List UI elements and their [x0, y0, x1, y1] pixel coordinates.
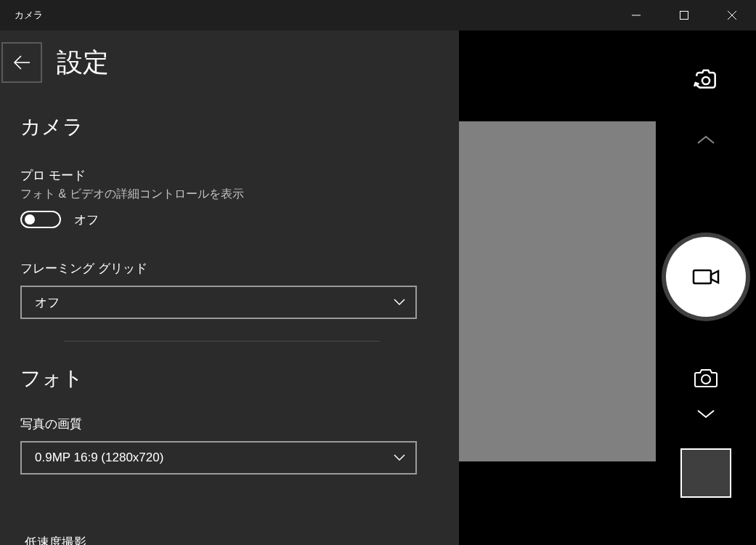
maximize-icon	[680, 11, 688, 20]
pro-mode-label: プロ モード	[20, 167, 459, 184]
toggle-knob	[25, 214, 35, 225]
settings-panel: 設定 カメラ プロ モード フォト & ビデオの詳細コントロールを表示 オフ フ…	[0, 31, 459, 545]
timelapse-label-truncated: 低速度撮影	[25, 534, 86, 545]
close-icon	[728, 11, 736, 20]
mode-chevron-down[interactable]	[696, 408, 715, 419]
capture-button-container	[666, 237, 746, 317]
photo-mode-button[interactable]	[693, 368, 719, 389]
photo-quality-select[interactable]: 0.9MP 16:9 (1280x720)	[20, 441, 417, 475]
chevron-down-icon	[394, 299, 405, 306]
side-panel	[656, 31, 756, 545]
minimize-icon	[632, 11, 641, 20]
video-icon	[691, 266, 720, 288]
section-camera-heading: カメラ	[20, 113, 459, 141]
svg-point-7	[702, 375, 710, 384]
framing-grid-value: オフ	[35, 294, 60, 311]
svg-rect-5	[694, 270, 711, 283]
pro-mode-toggle[interactable]	[20, 211, 61, 228]
switch-camera-button[interactable]	[692, 67, 720, 94]
svg-marker-6	[711, 271, 718, 283]
divider	[64, 341, 380, 342]
mode-chevron-up[interactable]	[696, 134, 715, 146]
photo-quality-label: 写真の画質	[20, 416, 459, 432]
settings-title: 設定	[57, 45, 109, 81]
switch-camera-icon	[692, 67, 720, 94]
window-controls	[612, 0, 756, 31]
window-title: カメラ	[0, 9, 43, 22]
gallery-thumbnail[interactable]	[680, 448, 731, 498]
section-photo-heading: フォト	[20, 365, 459, 392]
minimize-button[interactable]	[612, 0, 660, 31]
svg-rect-1	[680, 12, 688, 20]
svg-point-4	[702, 77, 710, 84]
thumbnail-box	[680, 448, 731, 498]
title-bar: カメラ	[0, 0, 756, 31]
pro-mode-state: オフ	[74, 211, 99, 228]
framing-grid-label: フレーミング グリッド	[20, 260, 459, 277]
chevron-up-icon	[696, 134, 715, 146]
camera-icon	[693, 368, 719, 389]
preview-placeholder	[459, 121, 656, 461]
chevron-down-icon	[394, 454, 405, 461]
framing-grid-select[interactable]: オフ	[20, 286, 417, 319]
maximize-button[interactable]	[660, 0, 708, 31]
pro-mode-sublabel: フォト & ビデオの詳細コントロールを表示	[20, 187, 459, 202]
capture-button[interactable]	[666, 237, 746, 317]
close-button[interactable]	[708, 0, 756, 31]
back-button[interactable]	[1, 42, 42, 83]
back-arrow-icon	[12, 53, 31, 72]
photo-quality-value: 0.9MP 16:9 (1280x720)	[35, 451, 163, 465]
settings-header: 設定	[20, 42, 459, 83]
chevron-down-icon	[696, 408, 715, 419]
pro-mode-toggle-row: オフ	[20, 211, 459, 228]
